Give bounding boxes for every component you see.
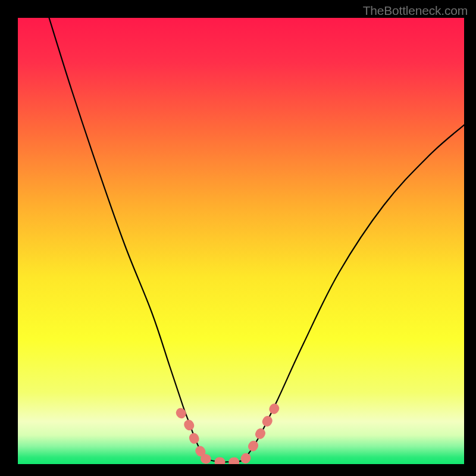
chart-frame: TheBottleneck.com [0, 0, 476, 476]
highlight-band [181, 408, 275, 462]
bottleneck-curve [49, 18, 465, 462]
highlight-segment [181, 413, 205, 459]
plot-area [18, 18, 464, 464]
curve-layer [18, 18, 464, 464]
watermark-text: TheBottleneck.com [363, 4, 468, 18]
